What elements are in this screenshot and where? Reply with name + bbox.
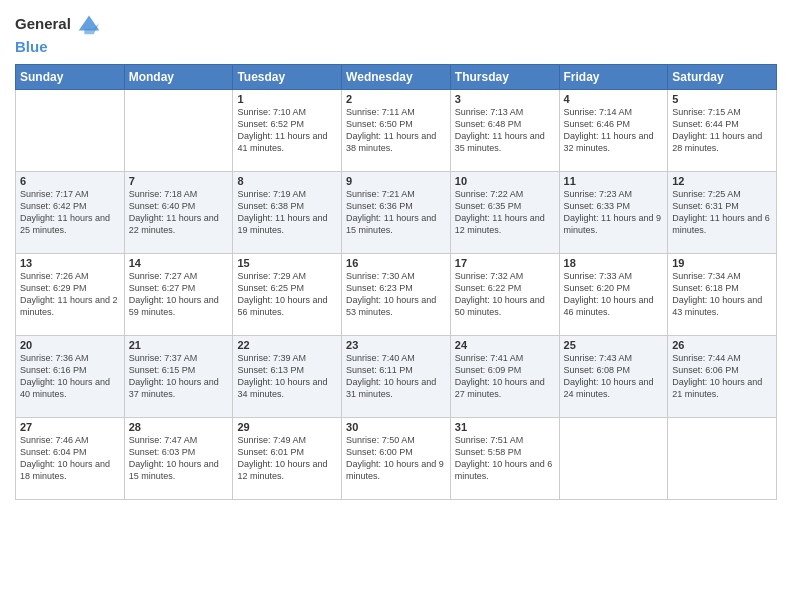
calendar-cell: 24 Sunrise: 7:41 AMSunset: 6:09 PMDaylig… (450, 336, 559, 418)
day-info: Sunrise: 7:29 AMSunset: 6:25 PMDaylight:… (237, 270, 337, 319)
day-number: 12 (672, 175, 772, 187)
calendar-cell: 17 Sunrise: 7:32 AMSunset: 6:22 PMDaylig… (450, 254, 559, 336)
day-info: Sunrise: 7:26 AMSunset: 6:29 PMDaylight:… (20, 270, 120, 319)
day-number: 17 (455, 257, 555, 269)
day-number: 24 (455, 339, 555, 351)
day-info: Sunrise: 7:15 AMSunset: 6:44 PMDaylight:… (672, 106, 772, 155)
calendar-cell: 11 Sunrise: 7:23 AMSunset: 6:33 PMDaylig… (559, 172, 668, 254)
day-info: Sunrise: 7:34 AMSunset: 6:18 PMDaylight:… (672, 270, 772, 319)
day-info: Sunrise: 7:44 AMSunset: 6:06 PMDaylight:… (672, 352, 772, 401)
header-monday: Monday (124, 65, 233, 90)
header-tuesday: Tuesday (233, 65, 342, 90)
day-info: Sunrise: 7:36 AMSunset: 6:16 PMDaylight:… (20, 352, 120, 401)
day-number: 11 (564, 175, 664, 187)
header-friday: Friday (559, 65, 668, 90)
calendar-cell: 29 Sunrise: 7:49 AMSunset: 6:01 PMDaylig… (233, 418, 342, 500)
day-number: 20 (20, 339, 120, 351)
calendar-cell: 25 Sunrise: 7:43 AMSunset: 6:08 PMDaylig… (559, 336, 668, 418)
day-number: 8 (237, 175, 337, 187)
calendar-cell: 18 Sunrise: 7:33 AMSunset: 6:20 PMDaylig… (559, 254, 668, 336)
day-number: 13 (20, 257, 120, 269)
calendar-cell: 31 Sunrise: 7:51 AMSunset: 5:58 PMDaylig… (450, 418, 559, 500)
day-number: 16 (346, 257, 446, 269)
day-info: Sunrise: 7:30 AMSunset: 6:23 PMDaylight:… (346, 270, 446, 319)
calendar-cell (124, 90, 233, 172)
day-info: Sunrise: 7:39 AMSunset: 6:13 PMDaylight:… (237, 352, 337, 401)
day-info: Sunrise: 7:10 AMSunset: 6:52 PMDaylight:… (237, 106, 337, 155)
day-number: 19 (672, 257, 772, 269)
day-number: 26 (672, 339, 772, 351)
page: General Blue Sunday Monday Tuesday Wedne… (0, 0, 792, 612)
day-info: Sunrise: 7:49 AMSunset: 6:01 PMDaylight:… (237, 434, 337, 483)
day-number: 6 (20, 175, 120, 187)
header: General Blue (15, 10, 777, 56)
logo-blue: Blue (15, 38, 103, 56)
day-info: Sunrise: 7:19 AMSunset: 6:38 PMDaylight:… (237, 188, 337, 237)
calendar-week-row: 20 Sunrise: 7:36 AMSunset: 6:16 PMDaylig… (16, 336, 777, 418)
day-number: 10 (455, 175, 555, 187)
calendar-cell: 22 Sunrise: 7:39 AMSunset: 6:13 PMDaylig… (233, 336, 342, 418)
calendar-week-row: 1 Sunrise: 7:10 AMSunset: 6:52 PMDayligh… (16, 90, 777, 172)
day-info: Sunrise: 7:17 AMSunset: 6:42 PMDaylight:… (20, 188, 120, 237)
calendar-cell: 9 Sunrise: 7:21 AMSunset: 6:36 PMDayligh… (342, 172, 451, 254)
day-info: Sunrise: 7:50 AMSunset: 6:00 PMDaylight:… (346, 434, 446, 483)
day-info: Sunrise: 7:46 AMSunset: 6:04 PMDaylight:… (20, 434, 120, 483)
day-number: 25 (564, 339, 664, 351)
day-info: Sunrise: 7:21 AMSunset: 6:36 PMDaylight:… (346, 188, 446, 237)
header-thursday: Thursday (450, 65, 559, 90)
calendar-week-row: 13 Sunrise: 7:26 AMSunset: 6:29 PMDaylig… (16, 254, 777, 336)
day-info: Sunrise: 7:25 AMSunset: 6:31 PMDaylight:… (672, 188, 772, 237)
day-info: Sunrise: 7:40 AMSunset: 6:11 PMDaylight:… (346, 352, 446, 401)
day-info: Sunrise: 7:13 AMSunset: 6:48 PMDaylight:… (455, 106, 555, 155)
day-number: 3 (455, 93, 555, 105)
calendar-week-row: 6 Sunrise: 7:17 AMSunset: 6:42 PMDayligh… (16, 172, 777, 254)
calendar-cell (16, 90, 125, 172)
logo-text: General (15, 15, 71, 33)
day-number: 4 (564, 93, 664, 105)
day-info: Sunrise: 7:33 AMSunset: 6:20 PMDaylight:… (564, 270, 664, 319)
day-number: 27 (20, 421, 120, 433)
calendar-cell: 10 Sunrise: 7:22 AMSunset: 6:35 PMDaylig… (450, 172, 559, 254)
day-number: 22 (237, 339, 337, 351)
calendar-cell: 23 Sunrise: 7:40 AMSunset: 6:11 PMDaylig… (342, 336, 451, 418)
day-number: 5 (672, 93, 772, 105)
day-info: Sunrise: 7:37 AMSunset: 6:15 PMDaylight:… (129, 352, 229, 401)
day-number: 15 (237, 257, 337, 269)
day-info: Sunrise: 7:47 AMSunset: 6:03 PMDaylight:… (129, 434, 229, 483)
weekday-header-row: Sunday Monday Tuesday Wednesday Thursday… (16, 65, 777, 90)
calendar-cell: 28 Sunrise: 7:47 AMSunset: 6:03 PMDaylig… (124, 418, 233, 500)
calendar-cell: 20 Sunrise: 7:36 AMSunset: 6:16 PMDaylig… (16, 336, 125, 418)
day-number: 29 (237, 421, 337, 433)
day-info: Sunrise: 7:27 AMSunset: 6:27 PMDaylight:… (129, 270, 229, 319)
calendar-cell: 1 Sunrise: 7:10 AMSunset: 6:52 PMDayligh… (233, 90, 342, 172)
header-wednesday: Wednesday (342, 65, 451, 90)
calendar-cell: 7 Sunrise: 7:18 AMSunset: 6:40 PMDayligh… (124, 172, 233, 254)
day-number: 23 (346, 339, 446, 351)
calendar-cell: 21 Sunrise: 7:37 AMSunset: 6:15 PMDaylig… (124, 336, 233, 418)
day-number: 9 (346, 175, 446, 187)
calendar-cell: 14 Sunrise: 7:27 AMSunset: 6:27 PMDaylig… (124, 254, 233, 336)
day-number: 14 (129, 257, 229, 269)
calendar-table: Sunday Monday Tuesday Wednesday Thursday… (15, 64, 777, 500)
header-saturday: Saturday (668, 65, 777, 90)
calendar-cell: 30 Sunrise: 7:50 AMSunset: 6:00 PMDaylig… (342, 418, 451, 500)
day-info: Sunrise: 7:11 AMSunset: 6:50 PMDaylight:… (346, 106, 446, 155)
calendar-cell: 8 Sunrise: 7:19 AMSunset: 6:38 PMDayligh… (233, 172, 342, 254)
calendar-week-row: 27 Sunrise: 7:46 AMSunset: 6:04 PMDaylig… (16, 418, 777, 500)
day-info: Sunrise: 7:18 AMSunset: 6:40 PMDaylight:… (129, 188, 229, 237)
calendar-cell (668, 418, 777, 500)
day-number: 1 (237, 93, 337, 105)
calendar-cell: 3 Sunrise: 7:13 AMSunset: 6:48 PMDayligh… (450, 90, 559, 172)
day-info: Sunrise: 7:51 AMSunset: 5:58 PMDaylight:… (455, 434, 555, 483)
logo: General Blue (15, 10, 103, 56)
calendar-cell: 16 Sunrise: 7:30 AMSunset: 6:23 PMDaylig… (342, 254, 451, 336)
day-number: 2 (346, 93, 446, 105)
day-number: 21 (129, 339, 229, 351)
day-number: 30 (346, 421, 446, 433)
calendar-cell: 2 Sunrise: 7:11 AMSunset: 6:50 PMDayligh… (342, 90, 451, 172)
day-number: 18 (564, 257, 664, 269)
calendar-cell: 27 Sunrise: 7:46 AMSunset: 6:04 PMDaylig… (16, 418, 125, 500)
day-number: 7 (129, 175, 229, 187)
calendar-cell: 19 Sunrise: 7:34 AMSunset: 6:18 PMDaylig… (668, 254, 777, 336)
calendar-cell: 15 Sunrise: 7:29 AMSunset: 6:25 PMDaylig… (233, 254, 342, 336)
